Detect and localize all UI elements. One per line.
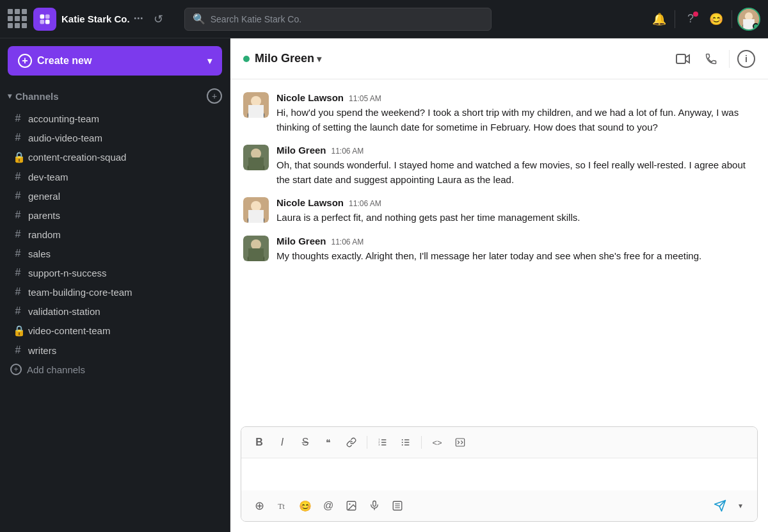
sidebar-item-dev-team[interactable]: #dev-team (3, 167, 227, 186)
message-time: 11:06 AM (349, 199, 381, 208)
sidebar-item-team-building-core-team[interactable]: #team-building-core-team (3, 282, 227, 302)
search-bar[interactable]: 🔍 (184, 8, 492, 31)
search-input[interactable] (211, 14, 483, 24)
message-sender: Milo Green (276, 236, 326, 246)
italic-button[interactable]: I (272, 432, 292, 453)
notifications-icon[interactable]: 🔔 (649, 9, 669, 29)
user-online-status (753, 23, 759, 29)
channels-section-header[interactable]: ▾ Channels + (0, 83, 230, 109)
message-sender: Milo Green (276, 145, 326, 156)
user-avatar[interactable] (737, 8, 760, 31)
toolbar-divider-2 (421, 436, 422, 449)
message-input[interactable] (241, 458, 757, 490)
top-navigation: Katie Stark Co. ··· ↺ 🔍 🔔 ? 😊 (0, 0, 768, 38)
emoji-compose-icon[interactable]: 😊 (295, 496, 316, 516)
sidebar-item-parents[interactable]: #parents (3, 206, 227, 225)
compose-footer: ⊕ Tt 😊 @ (241, 490, 757, 521)
topnav-right-actions: 🔔 ? 😊 (649, 8, 760, 31)
contact-name[interactable]: Milo Green ▾ (255, 52, 321, 65)
svg-point-22 (251, 239, 261, 250)
channel-name: validation-station (28, 306, 100, 317)
message-avatar (243, 92, 269, 118)
workspace-more-icon[interactable]: ··· (134, 12, 143, 26)
ordered-list-button[interactable]: 1 2 3 (372, 432, 393, 453)
sidebar-item-random[interactable]: #random (3, 225, 227, 244)
message: Milo Green 11:06 AM Oh, that sounds wond… (243, 145, 755, 187)
channel-name: sales (28, 248, 51, 259)
blockquote-button[interactable]: ❝ (318, 432, 339, 453)
send-options-chevron[interactable]: ▾ (732, 496, 749, 516)
nav-divider-2 (732, 10, 732, 28)
code-block-button[interactable] (450, 432, 470, 453)
bold-button[interactable]: B (249, 432, 269, 453)
compose-area: B I S ❝ 1 2 (241, 426, 758, 522)
channel-name: general (28, 191, 60, 202)
svg-point-18 (251, 201, 261, 211)
apps-grid-icon[interactable] (8, 9, 28, 29)
svg-rect-3 (45, 19, 50, 24)
workspace-logo[interactable] (33, 8, 56, 31)
svg-text:Tt: Tt (278, 502, 285, 511)
svg-point-14 (251, 149, 261, 159)
image-icon[interactable] (341, 496, 362, 516)
sidebar-item-general[interactable]: #general (3, 186, 227, 206)
svg-rect-16 (248, 157, 264, 170)
history-icon[interactable]: ↺ (148, 9, 169, 29)
sidebar-item-support-n-success[interactable]: #support-n-success (3, 263, 227, 282)
code-button[interactable]: <> (427, 432, 447, 453)
help-icon[interactable]: ? (680, 9, 701, 29)
unordered-list-button[interactable] (396, 432, 416, 453)
create-new-label: Create new (37, 55, 92, 67)
channel-icon: # (13, 190, 23, 202)
main-layout: + Create new ▾ ▾ Channels + #accounting-… (0, 38, 768, 532)
sidebar-item-writers[interactable]: #writers (3, 341, 227, 360)
channel-name: content-creation-squad (28, 152, 126, 163)
microphone-icon[interactable] (364, 496, 385, 516)
svg-rect-12 (248, 105, 264, 118)
channel-icon: 🔒 (13, 325, 23, 337)
send-button[interactable] (710, 496, 730, 516)
sidebar-item-content-creation-squad[interactable]: 🔒content-creation-squad (3, 147, 227, 167)
svg-point-34 (402, 439, 403, 440)
add-attachment-icon[interactable]: ⊕ (249, 496, 269, 516)
svg-line-41 (461, 442, 463, 444)
messages-area[interactable]: Nicole Lawson 11:05 AM Hi, how'd you spe… (230, 79, 768, 426)
add-channel-icon[interactable]: + (207, 88, 222, 104)
svg-point-10 (251, 96, 261, 106)
channel-icon: # (13, 305, 23, 317)
strikethrough-button[interactable]: S (295, 432, 316, 453)
channel-name: writers (28, 345, 56, 356)
workspace-name[interactable]: Katie Stark Co. ··· (61, 12, 143, 26)
phone-call-icon[interactable] (701, 49, 721, 69)
message-time: 11:05 AM (349, 94, 381, 103)
channels-collapse-icon: ▾ (8, 92, 12, 101)
video-call-icon[interactable] (673, 49, 693, 69)
mention-icon[interactable]: @ (318, 496, 339, 516)
toolbar-divider-1 (367, 436, 367, 449)
message-text: Laura is a perfect fit, and nothing gets… (276, 211, 755, 225)
emoji-icon[interactable]: 😊 (706, 9, 726, 29)
link-button[interactable] (341, 432, 362, 453)
channel-icon: # (13, 248, 23, 259)
more-options-icon[interactable] (387, 496, 408, 516)
add-channels-label: Add channels (27, 364, 85, 375)
sidebar-item-validation-station[interactable]: #validation-station (3, 302, 227, 321)
message-header: Nicole Lawson 11:05 AM (276, 92, 755, 103)
channel-icon: # (13, 171, 23, 182)
message: Nicole Lawson 11:06 AM Laura is a perfec… (243, 197, 755, 225)
channel-name: video-content-team (28, 325, 110, 336)
svg-rect-37 (456, 439, 464, 446)
info-icon[interactable]: i (737, 50, 755, 68)
text-format-icon[interactable]: Tt (272, 496, 292, 516)
add-channels-item[interactable]: + Add channels (0, 360, 230, 379)
sidebar-item-sales[interactable]: #sales (3, 244, 227, 263)
channel-icon: # (13, 209, 23, 221)
sidebar-item-accounting-team[interactable]: #accounting-team (3, 109, 227, 128)
create-new-button[interactable]: + Create new ▾ (8, 46, 222, 76)
channel-name: audio-video-team (28, 133, 102, 143)
nav-divider-1 (675, 10, 675, 28)
workspace-name-label: Katie Stark Co. (61, 13, 130, 24)
sidebar-item-audio-video-team[interactable]: #audio-video-team (3, 128, 227, 147)
sidebar-item-video-content-team[interactable]: 🔒video-content-team (3, 321, 227, 341)
message-header: Nicole Lawson 11:06 AM (276, 197, 755, 208)
